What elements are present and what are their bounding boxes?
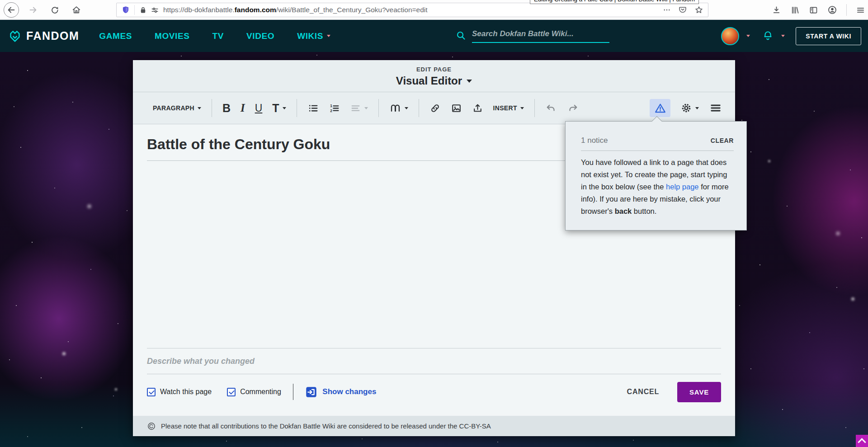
- toolbar-separator: [534, 99, 535, 117]
- library-icon[interactable]: [790, 5, 800, 15]
- page-actions-icon[interactable]: [663, 6, 671, 14]
- editor-mode-dropdown[interactable]: Visual Editor: [396, 75, 472, 87]
- undo-icon: [545, 102, 557, 114]
- toolbar-separator: [212, 99, 212, 117]
- bullet-list-button[interactable]: [302, 98, 324, 118]
- commenting-label: Commenting: [240, 388, 281, 396]
- url-bar[interactable]: https://db-dokfanbattle.fandom.com/wiki/…: [116, 3, 708, 17]
- editor-toolbar: PARAGRAPH B I U T 12: [133, 92, 735, 124]
- settings-button[interactable]: [679, 98, 700, 118]
- toolbar-divider: [846, 4, 847, 16]
- upload-button[interactable]: [467, 98, 488, 118]
- wiki-search: [456, 29, 609, 43]
- toolbar-separator: [378, 99, 379, 117]
- notification-bell-icon[interactable]: [762, 30, 774, 42]
- search-icon[interactable]: [456, 30, 467, 41]
- toolbar-separator: [297, 99, 297, 117]
- italic-button[interactable]: I: [236, 98, 250, 118]
- chevron-down-icon: [695, 107, 699, 109]
- special-character-button[interactable]: [384, 98, 413, 118]
- chevron-down-icon: [283, 107, 286, 109]
- clear-notices-button[interactable]: CLEAR: [711, 137, 734, 144]
- alert-triangle-icon: [654, 102, 666, 114]
- page-options-button[interactable]: [709, 98, 722, 118]
- lock-icon: [139, 6, 147, 14]
- browser-toolbar: https://db-dokfanbattle.fandom.com/wiki/…: [0, 0, 868, 20]
- watch-this-page-checkbox[interactable]: Watch this page: [147, 388, 212, 396]
- downloads-icon[interactable]: [772, 5, 781, 15]
- svg-text:2: 2: [330, 108, 332, 113]
- save-panel: Watch this page Commenting Show changes …: [147, 348, 721, 409]
- image-button[interactable]: [446, 98, 467, 118]
- start-a-wiki-button[interactable]: START A WIKI: [796, 27, 861, 45]
- license-text: Please note that all contributions to th…: [161, 422, 491, 430]
- save-button[interactable]: SAVE: [677, 382, 721, 402]
- bell-chevron-down-icon[interactable]: [781, 35, 785, 37]
- nav-link-games[interactable]: GAMES: [99, 31, 132, 41]
- chevron-down-icon: [405, 107, 408, 109]
- back-to-top-button[interactable]: [856, 435, 868, 447]
- permissions-icon[interactable]: [151, 6, 159, 14]
- bookmark-star-icon[interactable]: [694, 5, 703, 14]
- bullet-list-icon: [307, 103, 319, 114]
- commenting-checkbox[interactable]: Commenting: [227, 388, 281, 396]
- sidebar-toggle-icon[interactable]: [809, 5, 818, 15]
- align-icon: [350, 103, 361, 114]
- cancel-button[interactable]: CANCEL: [627, 388, 659, 396]
- undo-button[interactable]: [540, 98, 562, 118]
- back-button[interactable]: [4, 2, 19, 18]
- link-icon: [429, 103, 441, 114]
- pocket-icon[interactable]: [678, 5, 687, 14]
- reload-icon: [50, 5, 60, 15]
- toolbar-separator: [419, 99, 419, 117]
- notices-button[interactable]: [650, 99, 670, 117]
- help-page-link[interactable]: help page: [666, 183, 699, 191]
- paragraph-style-button[interactable]: PARAGRAPH: [146, 98, 206, 118]
- svg-text:1: 1: [330, 104, 332, 108]
- link-button[interactable]: [425, 98, 446, 118]
- upload-icon: [472, 103, 483, 114]
- reload-button[interactable]: [47, 2, 62, 18]
- tracking-shield-icon[interactable]: [121, 5, 130, 14]
- show-changes-icon: [305, 386, 317, 398]
- edit-summary-input[interactable]: [147, 348, 721, 374]
- forward-button[interactable]: [25, 2, 41, 18]
- chevron-down-icon: [327, 35, 330, 37]
- url-text: https://db-dokfanbattle.fandom.com/wiki/…: [163, 6, 659, 14]
- underline-button[interactable]: U: [250, 98, 268, 118]
- nav-link-tv[interactable]: TV: [212, 31, 224, 41]
- avatar-chevron-down-icon[interactable]: [746, 35, 750, 37]
- home-button[interactable]: [69, 2, 84, 18]
- nav-link-wikis[interactable]: WIKIS: [297, 31, 330, 41]
- fandom-logo[interactable]: FANDOM: [8, 29, 79, 43]
- bold-button[interactable]: B: [217, 98, 236, 118]
- avatar[interactable]: [721, 27, 739, 45]
- forward-icon: [28, 5, 38, 15]
- chevron-down-icon: [198, 107, 201, 109]
- numbered-list-button[interactable]: 12: [324, 98, 345, 118]
- chevron-down-icon: [364, 107, 368, 109]
- show-changes-button[interactable]: Show changes: [305, 386, 376, 398]
- fandom-heart-icon: [8, 29, 22, 43]
- license-footer: Please note that all contributions to th…: [133, 416, 735, 436]
- nav-link-video[interactable]: VIDEO: [246, 31, 274, 41]
- fandom-navbar: FANDOM GAMES MOVIES TV VIDEO WIKIS START…: [0, 20, 868, 52]
- special-character-icon: [389, 102, 401, 114]
- gear-icon: [680, 102, 692, 114]
- chevron-down-icon: [520, 107, 524, 109]
- watch-label: Watch this page: [160, 388, 212, 396]
- starfield-bright: [0, 52, 1, 53]
- alignment-button[interactable]: [345, 98, 373, 118]
- insert-button[interactable]: INSERT: [488, 98, 529, 118]
- text-style-button[interactable]: T: [267, 98, 291, 118]
- menu-icon[interactable]: [856, 5, 865, 15]
- numbered-list-icon: 12: [329, 103, 340, 114]
- account-icon[interactable]: [827, 5, 837, 15]
- redo-button[interactable]: [562, 98, 584, 118]
- nav-link-movies[interactable]: MOVIES: [155, 31, 190, 41]
- editor-mode-label: Visual Editor: [396, 75, 462, 87]
- search-input[interactable]: [472, 29, 609, 38]
- actions-divider: [293, 384, 294, 400]
- visual-editor-card: EDIT PAGE Visual Editor PARAGRAPH B I U …: [133, 60, 735, 436]
- checkbox-checked-icon: [227, 388, 236, 396]
